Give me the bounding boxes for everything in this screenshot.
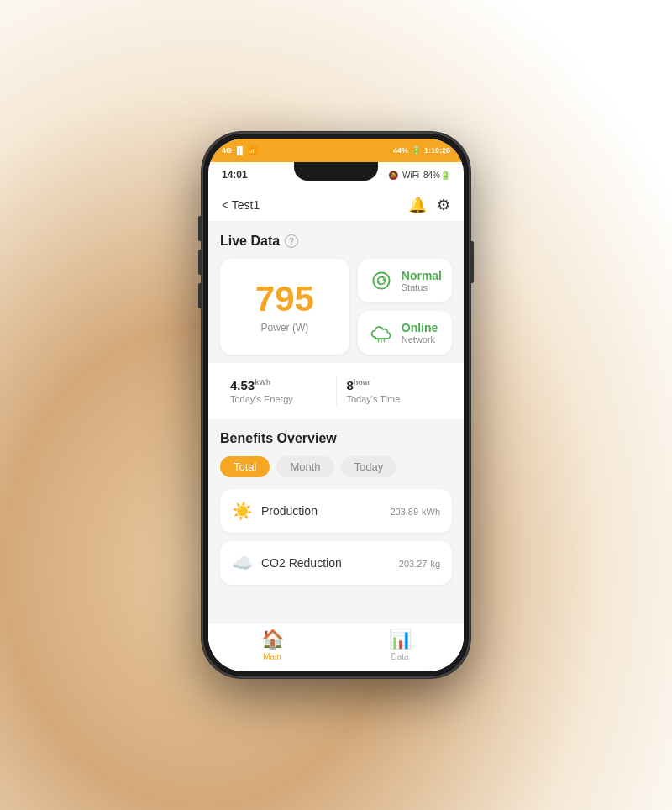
co2-left: ☁️ CO2 Reduction [232,553,342,573]
normal-subtitle: Status [402,282,442,292]
battery-icon: 🔋 [412,146,421,155]
chart-icon: 📊 [389,629,412,650]
phone-shell: 4G ▐▌ 📶 44% 🔋 1:10:26 14:01 🔕 WiFi 84%🔋 [202,132,470,678]
power-card: 795 Power (W) [220,259,349,355]
main-time: 14:01 [222,169,248,181]
status-icons: 🔕 WiFi 84%🔋 [388,171,450,180]
online-icon-wrap [368,319,395,346]
signal-icon: ▐▌ [234,146,245,155]
production-left: ☀️ Production [232,501,318,521]
online-status-text: Online Network [402,321,438,345]
bell-icon[interactable]: 🔔 [408,196,427,214]
stats-row: 4.53kWh Today's Energy 8hour Today's Tim… [208,363,464,419]
co2-item: ☁️ CO2 Reduction 203.27 kg [220,541,452,585]
live-data-row: 795 Power (W) [220,259,452,355]
nav-main-label: Main [263,652,281,661]
energy-value: 4.53kWh [230,378,326,392]
time-value: 8hour [347,378,443,392]
orange-status-bar: 4G ▐▌ 📶 44% 🔋 1:10:26 [208,139,464,162]
nav-main[interactable]: 🏠 Main [208,629,336,661]
time-label: Today's Time [347,394,443,404]
normal-status-text: Normal Status [402,269,442,292]
nav-data[interactable]: 📊 Data [336,629,464,661]
live-data-section: Live Data ? 795 Power (W) [208,222,464,363]
network-indicator: 4G [222,146,232,155]
svg-point-0 [373,272,389,288]
normal-icon-wrap [368,267,395,294]
help-icon[interactable]: ? [285,234,298,248]
normal-title: Normal [402,269,442,282]
power-label: Power (W) [261,322,309,334]
co2-value: 203.27 kg [399,556,440,570]
cloud-co2-icon: ☁️ [232,553,253,573]
refresh-icon [370,269,393,292]
power-value: 795 [255,281,314,317]
notch [294,162,378,181]
phone-screen: 4G ▐▌ 📶 44% 🔋 1:10:26 14:01 🔕 WiFi 84%🔋 [208,139,464,671]
online-subtitle: Network [402,334,438,345]
back-button[interactable]: < Test1 [222,198,260,212]
live-data-title: Live Data ? [220,234,452,249]
app-header: < Test1 🔔 ⚙ [208,187,464,222]
energy-label: Today's Energy [230,394,326,404]
production-item: ☀️ Production 203.89 kWh [220,489,452,533]
online-title: Online [402,321,438,334]
production-name: Production [261,504,318,518]
benefits-section: Benefits Overview Total Month Today ☀️ P… [208,419,464,602]
clock-time: 1:10:26 [424,146,450,155]
time-stat: 8hour Today's Time [337,371,453,411]
wifi-status-icon: WiFi [402,171,419,180]
wifi-icon: 📶 [248,146,257,155]
settings-icon[interactable]: ⚙ [437,196,450,214]
status-cards: Normal Status [358,259,452,355]
sun-icon: ☀️ [232,501,253,521]
energy-stat: 4.53kWh Today's Energy [220,371,336,411]
home-icon: 🏠 [261,629,284,650]
nav-data-label: Data [391,652,408,661]
benefits-tabs: Total Month Today [220,456,452,477]
app-content: Live Data ? 795 Power (W) [208,222,464,671]
co2-name: CO2 Reduction [261,556,342,570]
production-value: 203.89 kWh [390,504,440,518]
benefits-title: Benefits Overview [220,431,452,446]
header-icons: 🔔 ⚙ [408,196,450,214]
tab-total[interactable]: Total [220,456,270,477]
normal-status-card: Normal Status [358,259,452,302]
battery-status: 84%🔋 [423,171,450,180]
back-label: < Test1 [222,198,260,212]
tab-month[interactable]: Month [276,456,333,477]
mute-icon: 🔕 [388,171,398,180]
cloud-icon [370,321,393,345]
status-right: 44% 🔋 1:10:26 [393,146,450,155]
bottom-nav: 🏠 Main 📊 Data [208,623,464,671]
online-status-card: Online Network [358,311,452,355]
status-left: 4G ▐▌ 📶 [222,146,257,155]
tab-today[interactable]: Today [341,456,397,477]
battery-percent: 44% [393,146,408,155]
